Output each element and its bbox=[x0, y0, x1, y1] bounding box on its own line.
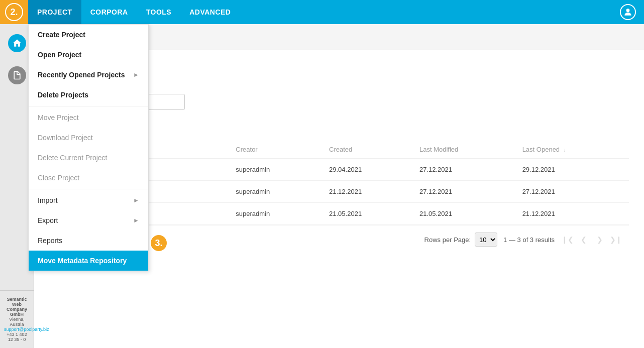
dropdown-import[interactable]: Import ► bbox=[29, 190, 148, 210]
cell-last-opened: 21.12.2021 bbox=[516, 203, 629, 225]
divider-2 bbox=[29, 189, 148, 189]
recently-opened-arrow: ► bbox=[133, 71, 139, 78]
rows-per-page: Rows per Page: 10 25 50 bbox=[424, 233, 498, 247]
top-nav: 2. PROJECT CORPORA TOOLS ADVANCED bbox=[0, 0, 644, 24]
dropdown-delete-projects[interactable]: Delete Projects bbox=[29, 85, 148, 105]
dropdown-recently-opened[interactable]: Recently Opened Projects ► bbox=[29, 65, 148, 85]
project-dropdown-menu: Create Project Open Project Recently Ope… bbox=[28, 24, 149, 271]
import-arrow: ► bbox=[133, 197, 139, 204]
step-badge-2: 2. bbox=[5, 3, 23, 21]
sidebar-footer: Semantic Web Company GmbH Vienna, Austri… bbox=[0, 290, 34, 348]
cell-last-modified: 27.12.2021 bbox=[413, 159, 516, 181]
cell-creator: superadmin bbox=[230, 203, 323, 225]
user-icon[interactable] bbox=[620, 4, 636, 20]
col-creator: Creator bbox=[230, 141, 323, 159]
rows-per-page-select[interactable]: 10 25 50 bbox=[475, 233, 497, 247]
dropdown-delete-current[interactable]: Delete Current Project bbox=[29, 148, 148, 168]
dropdown-create-project[interactable]: Create Project bbox=[29, 25, 148, 45]
divider-1 bbox=[29, 106, 148, 106]
cell-last-opened: 29.12.2021 bbox=[516, 159, 629, 181]
col-last-modified: Last Modified bbox=[413, 141, 516, 159]
rows-per-page-label: Rows per Page: bbox=[424, 236, 471, 244]
sort-icon: ↓ bbox=[564, 147, 566, 153]
company-name: Semantic Web Company GmbH bbox=[4, 297, 30, 317]
dropdown-move-project[interactable]: Move Project bbox=[29, 107, 148, 128]
dropdown-open-project[interactable]: Open Project bbox=[29, 45, 148, 65]
sidebar-item-secondary[interactable] bbox=[3, 61, 31, 89]
results-text: 1 — 3 of 3 results bbox=[503, 236, 555, 244]
cell-last-modified: 21.05.2021 bbox=[413, 203, 516, 225]
cell-last-modified: 27.12.2021 bbox=[413, 181, 516, 203]
export-arrow: ► bbox=[133, 217, 139, 224]
svg-point-0 bbox=[626, 9, 630, 12]
prev-page-btn[interactable]: ❮ bbox=[577, 233, 591, 247]
cell-created: 21.12.2021 bbox=[323, 181, 413, 203]
dropdown-close-project[interactable]: Close Project bbox=[29, 168, 148, 188]
next-page-btn[interactable]: ❯ bbox=[593, 233, 607, 247]
company-location: Vienna, Austria bbox=[4, 317, 30, 327]
dropdown-download-project[interactable]: Download Project bbox=[29, 128, 148, 148]
step-badge-3: 3. bbox=[150, 234, 168, 252]
first-page-btn[interactable]: ❙❮ bbox=[561, 233, 575, 247]
document-icon bbox=[8, 66, 26, 84]
col-created: Created bbox=[323, 141, 413, 159]
sidebar-item-home[interactable] bbox=[3, 29, 31, 57]
cell-created: 21.05.2021 bbox=[323, 203, 413, 225]
support-email[interactable]: support@poolparty.biz bbox=[4, 327, 49, 332]
cell-creator: superadmin bbox=[230, 181, 323, 203]
nav-items: PROJECT CORPORA TOOLS ADVANCED bbox=[28, 0, 240, 24]
nav-item-advanced[interactable]: ADVANCED bbox=[180, 0, 240, 24]
nav-item-project[interactable]: PROJECT bbox=[28, 0, 81, 24]
cell-creator: superadmin bbox=[230, 159, 323, 181]
dropdown-reports[interactable]: Reports bbox=[29, 230, 148, 251]
cell-created: 29.04.2021 bbox=[323, 159, 413, 181]
dropdown-export[interactable]: Export ► bbox=[29, 210, 148, 230]
company-phone: +43 1 402 12 35 - 0 bbox=[4, 332, 30, 342]
cell-last-opened: 27.12.2021 bbox=[516, 181, 629, 203]
dropdown-move-metadata[interactable]: Move Metadata Repository bbox=[29, 251, 148, 271]
last-page-btn[interactable]: ❯❙ bbox=[609, 233, 623, 247]
home-icon bbox=[8, 34, 26, 52]
col-last-opened[interactable]: Last Opened ↓ bbox=[516, 141, 629, 159]
nav-item-corpora[interactable]: CORPORA bbox=[81, 0, 137, 24]
layout: Semantic Web Company GmbH Vienna, Austri… bbox=[0, 24, 644, 348]
pagination-buttons: ❙❮ ❮ ❯ ❯❙ bbox=[561, 233, 623, 247]
nav-item-tools[interactable]: TOOLS bbox=[137, 0, 180, 24]
